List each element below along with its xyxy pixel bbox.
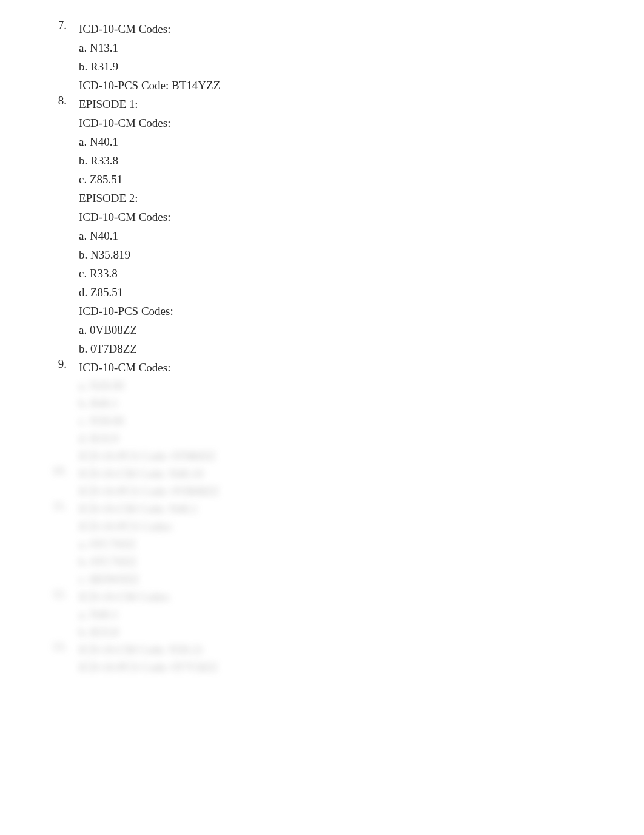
- list-item-blurred: a. N20.00 b. R40.1 c. N39.00 d. R10.9 IC…: [36, 377, 608, 465]
- list-item: 7. ICD-10-CM Codes: a. N13.1 b. R31.9 IC…: [36, 19, 608, 95]
- text-line: ICD-10-PCS Code: BT14YZZ: [79, 76, 608, 95]
- text-line: ICD-10-PCS Code: 0T980ZZ: [79, 447, 608, 465]
- text-line: ICD-10-CM Code: N30.21: [79, 641, 608, 658]
- text-line: ICD-10-PCS Code: 0VB08ZZ: [79, 482, 608, 500]
- text-line: b. R33.8: [79, 623, 608, 641]
- list-item-blurred: 11. ICD-10-CM Code: N40.1 ICD-10-PCS Cod…: [36, 500, 608, 588]
- list-item-blurred: 12. ICD-10-CM Codes: a. N40.1 b. R33.8: [36, 588, 608, 641]
- text-line: b. R33.8: [79, 151, 608, 170]
- code-list: 7. ICD-10-CM Codes: a. N13.1 b. R31.9 IC…: [36, 19, 608, 676]
- item-content: EPISODE 1: ICD-10-CM Codes: a. N40.1 b. …: [79, 95, 608, 358]
- text-line: ICD-10-PCS Codes:: [79, 518, 608, 535]
- list-item-blurred: 10. ICD-10-CM Code: N40.10 ICD-10-PCS Co…: [36, 465, 608, 500]
- text-line: b. N35.819: [79, 245, 608, 264]
- text-line: c. 8E0W0ZZ: [79, 570, 608, 588]
- text-line: ICD-10-CM Codes:: [79, 113, 608, 132]
- list-item: 9. ICD-10-CM Codes:: [36, 358, 608, 377]
- item-marker: 9.: [36, 358, 79, 377]
- text-line: ICD-10-CM Codes:: [79, 208, 608, 226]
- item-content: ICD-10-CM Code: N40.1 ICD-10-PCS Codes: …: [79, 500, 608, 588]
- text-line: c. Z85.51: [79, 170, 608, 189]
- text-line: ICD-10-CM Codes:: [79, 358, 608, 377]
- text-line: d. R10.9: [79, 430, 608, 447]
- text-line: EPISODE 2:: [79, 189, 608, 208]
- text-line: ICD-10-PCS Codes:: [79, 302, 608, 320]
- text-line: ICD-10-CM Codes:: [79, 588, 608, 606]
- item-content: ICD-10-CM Codes:: [79, 358, 608, 377]
- item-content: ICD-10-CM Code: N40.10 ICD-10-PCS Code: …: [79, 465, 608, 500]
- text-line: a. 0TC70ZZ: [79, 535, 608, 553]
- text-line: b. R31.9: [79, 57, 608, 76]
- item-marker: 12.: [36, 588, 79, 641]
- item-marker: 10.: [36, 465, 79, 500]
- text-line: b. R40.1: [79, 394, 608, 412]
- text-line: a. N40.1: [79, 132, 608, 151]
- text-line: EPISODE 1:: [79, 95, 608, 113]
- text-line: ICD-10-CM Code: N40.10: [79, 465, 608, 482]
- text-line: ICD-10-PCS Code: 0T7C8ZZ: [79, 658, 608, 676]
- text-line: a. N40.1: [79, 226, 608, 245]
- text-line: b. 0T7D8ZZ: [79, 339, 608, 358]
- item-marker: [36, 377, 79, 465]
- list-item: 8. EPISODE 1: ICD-10-CM Codes: a. N40.1 …: [36, 95, 608, 358]
- item-content: ICD-10-CM Code: N30.21 ICD-10-PCS Code: …: [79, 641, 608, 676]
- item-marker: 11.: [36, 500, 79, 588]
- text-line: ICD-10-CM Code: N40.1: [79, 500, 608, 518]
- text-line: a. N40.1: [79, 606, 608, 623]
- text-line: b. 0TC70ZZ: [79, 553, 608, 570]
- item-content: ICD-10-CM Codes: a. N40.1 b. R33.8: [79, 588, 608, 641]
- item-content: ICD-10-CM Codes: a. N13.1 b. R31.9 ICD-1…: [79, 19, 608, 95]
- text-line: c. N39.00: [79, 412, 608, 430]
- text-line: d. Z85.51: [79, 283, 608, 302]
- text-line: a. 0VB08ZZ: [79, 320, 608, 339]
- text-line: ICD-10-CM Codes:: [79, 19, 608, 38]
- text-line: a. N20.00: [79, 377, 608, 394]
- document-page: 7. ICD-10-CM Codes: a. N13.1 b. R31.9 IC…: [0, 0, 644, 676]
- item-marker: 8.: [36, 95, 79, 358]
- text-line: c. R33.8: [79, 264, 608, 283]
- list-item-blurred: 13. ICD-10-CM Code: N30.21 ICD-10-PCS Co…: [36, 641, 608, 676]
- item-content: a. N20.00 b. R40.1 c. N39.00 d. R10.9 IC…: [79, 377, 608, 465]
- item-marker: 7.: [36, 19, 79, 95]
- text-line: a. N13.1: [79, 38, 608, 57]
- item-marker: 13.: [36, 641, 79, 676]
